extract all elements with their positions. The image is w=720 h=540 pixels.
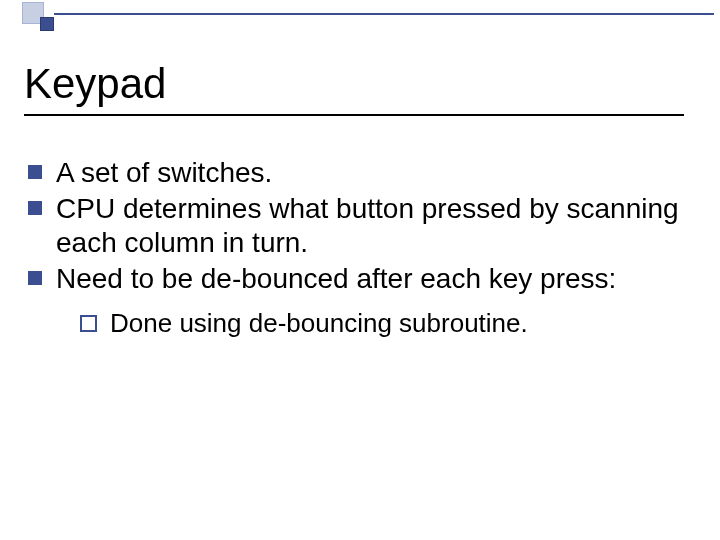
bullet-list: A set of switches. CPU determines what b… (24, 156, 696, 339)
deco-square-small (40, 17, 54, 31)
list-item: A set of switches. (24, 156, 696, 190)
list-item-text: A set of switches. (56, 157, 272, 188)
deco-top-line (54, 13, 714, 15)
list-item: CPU determines what button pressed by sc… (24, 192, 696, 260)
sub-bullet-list: Done using de-bouncing subroutine. (56, 307, 696, 340)
sub-list-item-text: Done using de-bouncing subroutine. (110, 308, 528, 338)
sub-list-item: Done using de-bouncing subroutine. (76, 307, 696, 340)
list-item: Need to be de-bounced after each key pre… (24, 262, 696, 339)
title-underline (24, 114, 684, 116)
slide-decoration (0, 0, 720, 50)
slide-title: Keypad (24, 60, 696, 108)
slide-content: Keypad A set of switches. CPU determines… (24, 60, 696, 341)
list-item-text: Need to be de-bounced after each key pre… (56, 263, 616, 294)
list-item-text: CPU determines what button pressed by sc… (56, 193, 679, 258)
